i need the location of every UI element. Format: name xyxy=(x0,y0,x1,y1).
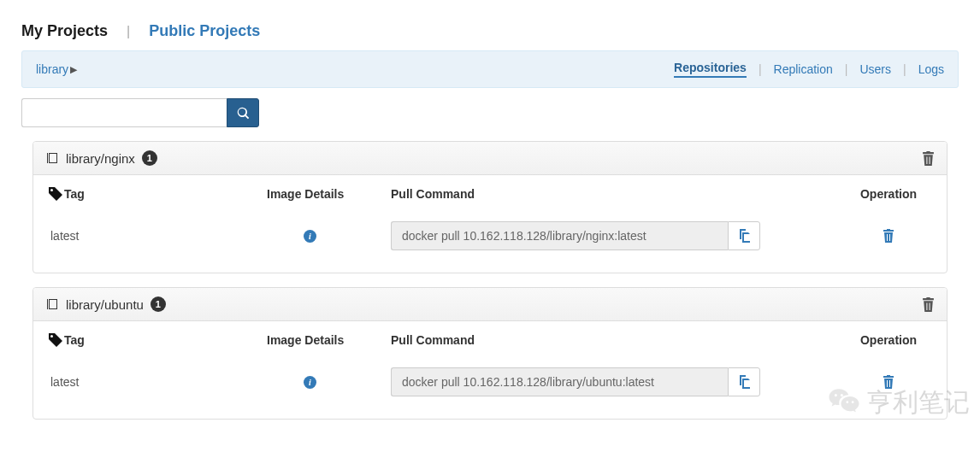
repo-panel: library/ubuntu 1 Tag Image Details Pull … xyxy=(32,287,948,420)
delete-tag-button[interactable] xyxy=(883,229,894,243)
tag-row: latest i xyxy=(49,367,931,396)
delete-tag-button[interactable] xyxy=(883,375,894,389)
repo-name: library/ubuntu xyxy=(66,297,144,312)
tag-icon xyxy=(49,187,62,201)
repo-heading[interactable]: library/ubuntu 1 xyxy=(33,288,947,321)
delete-repo-button[interactable] xyxy=(922,151,935,166)
delete-repo-button[interactable] xyxy=(922,297,935,312)
repo-count-badge: 1 xyxy=(142,150,157,166)
header-operation: Operation xyxy=(846,187,931,201)
header-tag: Tag xyxy=(49,187,267,201)
repo-panel: library/nginx 1 Tag Image Details Pull C… xyxy=(32,141,948,273)
tag-name: latest xyxy=(49,375,267,389)
header-operation: Operation xyxy=(846,333,931,347)
breadcrumb-project: library xyxy=(36,62,68,76)
tag-name: latest xyxy=(49,229,267,243)
tag-icon xyxy=(49,333,62,347)
info-icon[interactable]: i xyxy=(304,230,316,243)
copy-button[interactable] xyxy=(728,221,760,250)
search-input[interactable] xyxy=(21,98,227,127)
search-button[interactable] xyxy=(227,98,259,127)
repo-count-badge: 1 xyxy=(151,296,166,312)
book-icon xyxy=(45,297,59,311)
pull-command-input[interactable] xyxy=(391,221,728,250)
info-icon[interactable]: i xyxy=(304,376,316,389)
tab-separator: | xyxy=(127,24,130,39)
header-pull: Pull Command xyxy=(391,333,846,347)
pull-command-input[interactable] xyxy=(391,367,728,396)
repo-name: library/nginx xyxy=(66,151,135,166)
subnav-repositories[interactable]: Repositories xyxy=(674,61,747,78)
tab-public-projects[interactable]: Public Projects xyxy=(149,22,260,40)
subnav-users[interactable]: Users xyxy=(859,62,891,76)
tab-my-projects[interactable]: My Projects xyxy=(21,22,108,40)
header-tag: Tag xyxy=(49,333,267,347)
book-icon xyxy=(45,151,59,165)
subnav-logs[interactable]: Logs xyxy=(918,62,944,76)
breadcrumb[interactable]: library ▶ xyxy=(36,62,77,76)
subnav-replication[interactable]: Replication xyxy=(774,62,833,76)
copy-button[interactable] xyxy=(728,367,760,396)
subnav-bar: library ▶ Repositories | Replication | U… xyxy=(21,50,959,88)
chevron-right-icon: ▶ xyxy=(70,64,77,75)
header-details: Image Details xyxy=(267,187,391,201)
header-details: Image Details xyxy=(267,333,391,347)
tag-row: latest i xyxy=(49,221,931,250)
header-pull: Pull Command xyxy=(391,187,846,201)
search-icon xyxy=(237,107,250,120)
repo-heading[interactable]: library/nginx 1 xyxy=(33,142,947,175)
